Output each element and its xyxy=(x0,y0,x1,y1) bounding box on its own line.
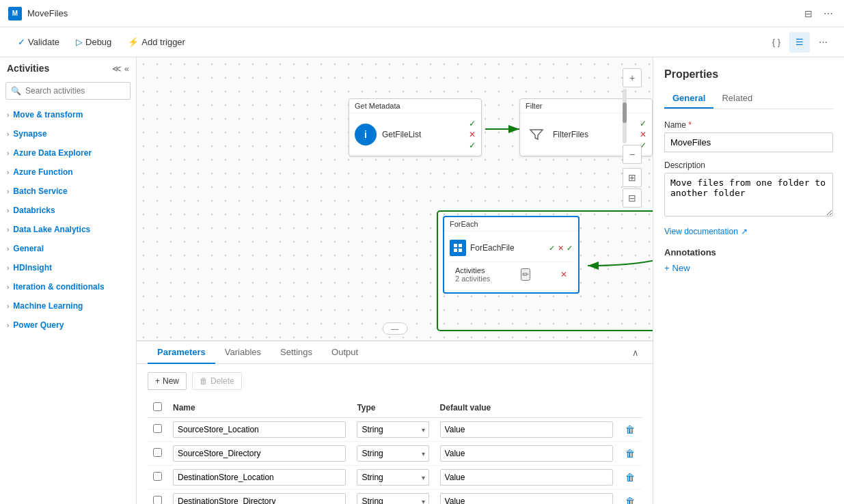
row-checkbox-0[interactable] xyxy=(153,424,162,433)
param-default-input-3[interactable] xyxy=(440,493,613,504)
param-name-input-1[interactable] xyxy=(173,445,346,462)
param-default-input-2[interactable] xyxy=(440,469,613,486)
sidebar-header: Activities ≪ « xyxy=(0,57,136,79)
node-body: i GetFileList ✓ ✕ ✓ xyxy=(349,113,481,156)
param-default-input-1[interactable] xyxy=(440,445,613,462)
zoom-in-button[interactable]: + xyxy=(623,68,642,87)
param-name-input-0[interactable] xyxy=(173,421,346,438)
sidebar-item-hdinsight[interactable]: › HDInsight xyxy=(0,258,136,277)
param-type-select-0[interactable]: StringIntFloatBoolArrayObject xyxy=(357,421,428,438)
select-all-checkbox[interactable] xyxy=(153,402,162,411)
delete-row-button-0[interactable]: 🗑 xyxy=(624,423,636,436)
param-default-input-0[interactable] xyxy=(440,421,613,438)
name-input[interactable] xyxy=(664,132,833,152)
status-check-icon: ✓ xyxy=(469,119,476,128)
prop-name-section: Name * xyxy=(664,120,833,160)
param-type-wrapper-3: StringIntFloatBoolArrayObject ▾ xyxy=(357,493,428,504)
prop-tab-general[interactable]: General xyxy=(664,89,713,109)
fit-view-button[interactable]: ⊞ xyxy=(623,168,642,187)
delete-row-button-1[interactable]: 🗑 xyxy=(624,447,636,460)
description-textarea[interactable]: Move files from one folder to another fo… xyxy=(664,173,833,216)
add-trigger-button[interactable]: ⚡ Add trigger xyxy=(121,33,192,51)
delete-row-button-2[interactable]: 🗑 xyxy=(624,471,636,484)
prop-description-section: Description Move files from one folder t… xyxy=(664,160,833,227)
sidebar-item-iteration[interactable]: › Iteration & conditionals xyxy=(0,277,136,296)
col-type: Type xyxy=(351,398,434,418)
sidebar-item-move-transform[interactable]: › Move & transform xyxy=(0,105,136,124)
properties-view-button[interactable]: ☰ xyxy=(789,32,810,53)
status-x-icon: ✕ xyxy=(558,244,564,253)
minimize-icon[interactable]: ⊟ xyxy=(802,5,815,22)
tab-parameters[interactable]: Parameters xyxy=(148,341,215,364)
status-check-icon-2: ✓ xyxy=(469,141,476,150)
foreach-node[interactable]: ForEach ForEachFile ✓ ✕ ✓ xyxy=(443,216,580,294)
sidebar-item-general[interactable]: › General xyxy=(0,239,136,258)
delete-row-button-3[interactable]: 🗑 xyxy=(624,494,636,504)
param-type-select-3[interactable]: StringIntFloatBoolArrayObject xyxy=(357,493,428,504)
delete-activities-icon[interactable]: ✕ xyxy=(560,270,567,279)
sidebar-item-databricks[interactable]: › Databricks xyxy=(0,201,136,220)
sidebar-item-azure-data-explorer[interactable]: › Azure Data Explorer xyxy=(0,143,136,163)
scroll-thumb xyxy=(623,102,627,123)
edit-activities-button[interactable]: ✏ xyxy=(521,268,530,281)
code-view-button[interactable]: { } xyxy=(766,32,787,53)
sidebar-item-synapse[interactable]: › Synapse xyxy=(0,124,136,143)
sidebar-item-label: Iteration & conditionals xyxy=(13,282,104,292)
row-checkbox-2[interactable] xyxy=(153,472,162,481)
collapse-icon[interactable]: « xyxy=(124,64,129,74)
sidebar-item-batch-service[interactable]: › Batch Service xyxy=(0,182,136,201)
toolbar-more-button[interactable]: ⋯ xyxy=(813,32,833,53)
status-x-icon: ✕ xyxy=(469,130,476,139)
debug-button[interactable]: ▷ Debug xyxy=(69,33,118,51)
more-options-icon[interactable]: ⋯ xyxy=(821,5,836,22)
panel-tabs: Parameters Variables Settings Output ∧ xyxy=(137,341,653,364)
sidebar-item-machine-learning[interactable]: › Machine Learning xyxy=(0,296,136,316)
foreach-header: ForEach xyxy=(444,217,578,232)
node-header: Get Metadata xyxy=(349,99,481,113)
sidebar-item-label: General xyxy=(13,244,44,253)
bottom-panel: Parameters Variables Settings Output ∧ +… xyxy=(137,340,653,504)
collapse-left-icon[interactable]: ≪ xyxy=(112,64,122,74)
param-name-input-3[interactable] xyxy=(173,493,346,504)
layout-button[interactable]: ⊟ xyxy=(623,188,642,208)
search-input[interactable] xyxy=(5,82,131,100)
tab-variables[interactable]: Variables xyxy=(215,341,271,364)
delete-parameter-button[interactable]: 🗑 Delete xyxy=(192,372,242,390)
new-parameter-button[interactable]: + New xyxy=(148,372,187,390)
chevron-right-icon: › xyxy=(7,130,9,138)
tab-settings[interactable]: Settings xyxy=(271,341,322,364)
sidebar-item-power-query[interactable]: › Power Query xyxy=(0,316,136,335)
zoom-out-button[interactable]: − xyxy=(623,145,642,164)
chevron-right-icon: › xyxy=(7,264,9,272)
sidebar-item-label: Move & transform xyxy=(13,110,83,120)
node-label: FilterFiles xyxy=(553,130,588,139)
row-checkbox-1[interactable] xyxy=(153,448,162,457)
chevron-right-icon: › xyxy=(7,111,9,119)
view-docs-link[interactable]: View documentation ↗ xyxy=(664,227,833,236)
add-annotation-button[interactable]: + New xyxy=(664,263,690,273)
param-type-select-1[interactable]: StringIntFloatBoolArrayObject xyxy=(357,445,428,462)
get-metadata-node[interactable]: Get Metadata i GetFileList ✓ ✕ ✓ xyxy=(349,98,482,156)
properties-tabs: General Related xyxy=(664,89,833,109)
top-bar: M MoveFiles ⊟ ⋯ xyxy=(0,0,844,27)
table-row: StringIntFloatBoolArrayObject ▾ 🗑 xyxy=(148,490,642,505)
validate-button[interactable]: ✓ Validate xyxy=(11,33,66,51)
node-status: ✓ ✕ ✓ xyxy=(469,119,476,150)
sidebar-item-azure-function[interactable]: › Azure Function xyxy=(0,163,136,182)
param-type-select-2[interactable]: StringIntFloatBoolArrayObject xyxy=(357,469,428,486)
chevron-right-icon: › xyxy=(7,322,9,329)
row-checkbox-3[interactable] xyxy=(153,496,162,504)
node-icon xyxy=(526,124,547,145)
trigger-icon: ⚡ xyxy=(128,37,139,47)
param-name-input-2[interactable] xyxy=(173,469,346,486)
sidebar-item-data-lake[interactable]: › Data Lake Analytics xyxy=(0,220,136,239)
param-type-wrapper-2: StringIntFloatBoolArrayObject ▾ xyxy=(357,469,428,486)
panel-collapse-button[interactable]: ∧ xyxy=(629,345,642,361)
foreach-item-icon xyxy=(450,240,466,256)
pipeline-canvas[interactable]: Get Metadata i GetFileList ✓ ✕ ✓ xyxy=(137,57,653,340)
prop-tab-related[interactable]: Related xyxy=(713,89,761,109)
plus-icon: + xyxy=(664,263,670,273)
foreach-activities: Activities 2 activities ✏ ✕ xyxy=(450,262,573,287)
app-logo: M xyxy=(8,7,22,20)
tab-output[interactable]: Output xyxy=(322,341,368,364)
